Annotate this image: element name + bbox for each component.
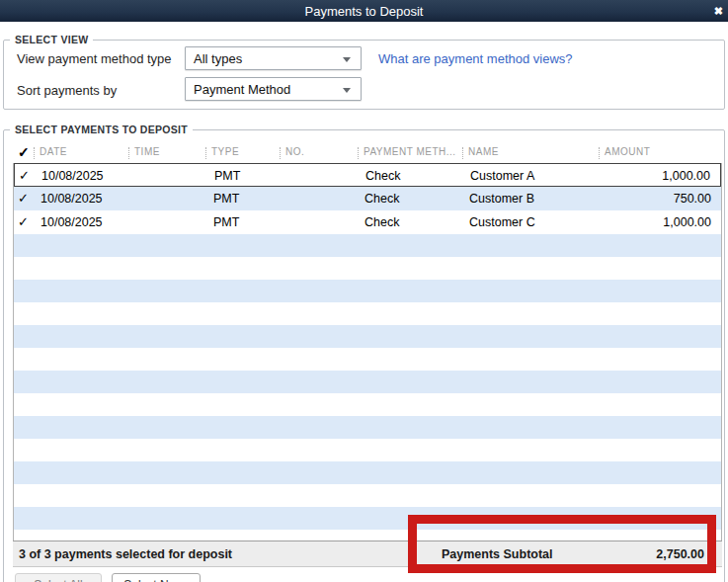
cell-payment-method: Check: [364, 192, 399, 206]
column-header-time[interactable]: TIME: [134, 146, 160, 157]
cell-amount: 1,000.00: [662, 169, 710, 183]
table-row[interactable]: ✓ 10/08/2025 PMT Check Customer A 1,000.…: [14, 163, 721, 187]
cell-date: 10/08/2025: [40, 215, 103, 229]
chevron-down-icon: [343, 88, 351, 93]
check-column-header[interactable]: ✓: [18, 144, 30, 160]
payments-table: ✓ 10/08/2025 PMT Check Customer A 1,000.…: [13, 163, 722, 540]
column-header-name[interactable]: NAME: [468, 146, 499, 157]
window-title: Payments to Deposit: [305, 4, 424, 19]
row-checkmark-icon[interactable]: ✓: [19, 168, 30, 183]
row-checkmark-icon[interactable]: ✓: [18, 214, 29, 229]
close-icon[interactable]: ✖: [714, 4, 723, 18]
payments-subtotal-label: Payments Subtotal: [442, 547, 553, 561]
table-row[interactable]: ✓ 10/08/2025 PMT Check Customer B 750.00: [14, 187, 721, 210]
select-view-label: SELECT VIEW: [10, 34, 93, 45]
selection-summary: 3 of 3 payments selected for deposit: [19, 547, 232, 561]
cell-date: 10/08/2025: [41, 169, 104, 183]
cell-type: PMT: [213, 192, 239, 206]
select-all-label: Select All: [34, 578, 82, 582]
select-none-label: Select None: [123, 578, 188, 582]
column-separator: [128, 147, 129, 159]
row-checkmark-icon[interactable]: ✓: [18, 191, 29, 206]
column-header-type[interactable]: TYPE: [211, 146, 239, 157]
sort-payments-by-label: Sort payments by: [17, 83, 117, 98]
select-none-button[interactable]: Select None: [112, 573, 201, 582]
payment-method-type-value: All types: [194, 51, 242, 66]
column-header-amount[interactable]: AMOUNT: [605, 146, 650, 157]
column-separator: [462, 147, 463, 159]
payments-to-deposit-dialog: Payments to Deposit ✖ SELECT VIEW View p…: [0, 0, 728, 582]
payments-subtotal-value: 2,750.00: [656, 547, 704, 561]
cell-name: Customer B: [469, 192, 534, 206]
sort-payments-value: Payment Method: [194, 82, 290, 97]
select-all-button[interactable]: Select All: [15, 573, 102, 582]
cell-type: PMT: [214, 169, 240, 183]
cell-date: 10/08/2025: [40, 192, 103, 206]
table-header: ✓ DATE TIME TYPE NO. PAYMENT METH... NAM…: [13, 143, 722, 163]
cell-name: Customer C: [469, 215, 535, 229]
column-separator: [205, 147, 206, 159]
title-bar: Payments to Deposit ✖: [0, 0, 728, 22]
cell-payment-method: Check: [364, 215, 399, 229]
payment-method-type-dropdown[interactable]: All types: [185, 46, 362, 70]
summary-bar: 3 of 3 payments selected for deposit Pay…: [13, 540, 722, 567]
select-view-group: [3, 40, 725, 110]
column-separator: [358, 147, 359, 159]
column-separator: [599, 147, 600, 159]
sort-payments-dropdown[interactable]: Payment Method: [185, 77, 362, 101]
payment-method-views-link[interactable]: What are payment method views?: [378, 51, 573, 66]
column-separator: [34, 147, 35, 159]
cell-type: PMT: [213, 215, 239, 229]
column-header-date[interactable]: DATE: [40, 146, 67, 157]
cell-payment-method: Check: [365, 169, 400, 183]
column-header-payment-method[interactable]: PAYMENT METH...: [364, 146, 456, 157]
view-payment-method-type-label: View payment method type: [17, 51, 172, 66]
table-row[interactable]: ✓ 10/08/2025 PMT Check Customer C 1,000.…: [14, 210, 721, 234]
cell-amount: 1,000.00: [663, 215, 711, 229]
column-separator: [280, 147, 281, 159]
select-payments-label: SELECT PAYMENTS TO DEPOSIT: [10, 124, 193, 135]
cell-name: Customer A: [470, 169, 534, 183]
cell-amount: 750.00: [674, 192, 711, 206]
chevron-down-icon: [343, 57, 351, 62]
column-header-no[interactable]: NO.: [285, 146, 304, 157]
